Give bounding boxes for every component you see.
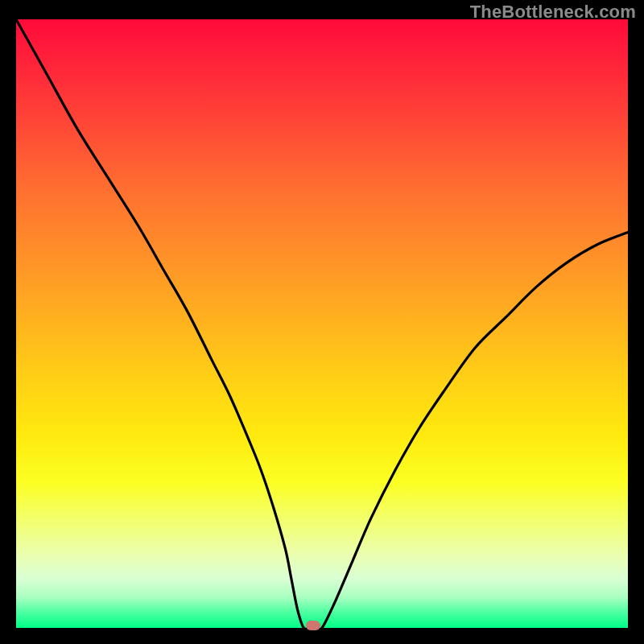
optimal-point-marker xyxy=(306,621,320,630)
plot-area xyxy=(16,19,628,628)
chart-frame: TheBottleneck.com xyxy=(0,0,644,644)
bottleneck-curve xyxy=(16,19,628,628)
